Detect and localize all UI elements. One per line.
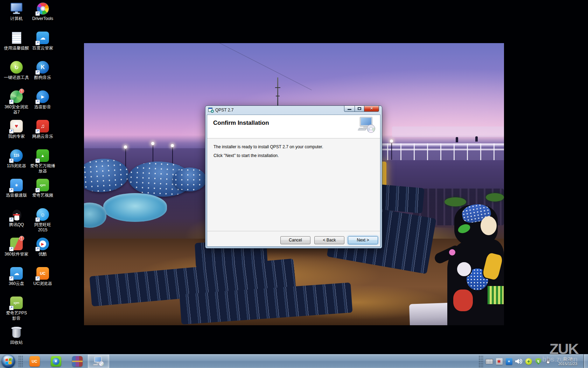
desktop-icon-label: 阿里旺旺2015 <box>28 222 57 233</box>
desktop-icon-netease-music[interactable]: ♫网易云音乐 <box>28 120 57 139</box>
desktop-icon-aliwangwang-2015[interactable]: ☺阿里旺旺2015 <box>28 208 57 233</box>
desktop-icon-uc-browser[interactable]: UCUC浏览器 <box>28 267 57 286</box>
taskbar-button-driver-genius[interactable] <box>45 354 66 368</box>
start-button[interactable] <box>2 355 15 368</box>
desktop-icon-label: 百度云管家 <box>28 46 57 51</box>
taskbar-button-qpst-installer[interactable] <box>88 354 109 368</box>
desktop-icon-drivertools[interactable]: DriverTools <box>28 2 57 21</box>
desktop-icon-360-browser[interactable]: 3360安全浏览器7 <box>2 90 31 115</box>
shortcut-arrow-icon <box>35 188 40 192</box>
red-app-icon[interactable]: ✱ <box>495 357 503 365</box>
desktop-icon-youku[interactable]: ▶优酷 <box>28 238 57 257</box>
desktop-icon-115-browser[interactable]: 115115浏览器 <box>2 149 31 169</box>
desktop-icon-iqiyi-video[interactable]: iQIYI爱奇艺视频 <box>28 179 57 198</box>
windows-logo-icon <box>6 358 12 364</box>
dialog-title: QPST 2.7 <box>215 108 233 113</box>
installer-dialog-window[interactable]: QPST 2.7 Confirm Installation The instal… <box>205 105 382 248</box>
desktop-icon-grid: 计算机使用温馨提醒↻一键还原工具3360安全浏览器7♥我的专家115115浏览器… <box>4 0 74 354</box>
notification-badge: 3 <box>19 89 24 94</box>
wallpaper-person <box>456 137 458 142</box>
desktop-icon-label: 360安全浏览器7 <box>2 104 31 115</box>
desktop-icon-computer[interactable]: 计算机 <box>2 2 31 21</box>
desktop-icon-kugou-music[interactable]: K酷狗音乐 <box>28 61 57 80</box>
desktop-icon-label: 迅雷极速版 <box>2 193 31 198</box>
shortcut-arrow-icon <box>35 247 40 251</box>
accel-ball-icon[interactable]: + <box>525 357 532 365</box>
wallpaper-statue-patch <box>486 285 504 305</box>
shortcut-arrow-icon <box>9 100 14 104</box>
desktop-icon-iqiyi-pps[interactable]: iQIYI爱奇艺PPS影音 <box>2 297 31 321</box>
desktop-icon-label: 网易云音乐 <box>28 134 57 139</box>
taskbar: UC ✱✶+↯ 11:28 2015/11/23 <box>0 354 588 368</box>
desktop-icon-label: 酷狗音乐 <box>28 75 57 80</box>
shortcut-arrow-icon <box>9 129 14 134</box>
cancel-button[interactable]: Cancel <box>280 236 310 244</box>
desktop-icon-label: 爱奇艺万能播放器 <box>28 163 57 174</box>
desktop-icon-my-expert[interactable]: ♥我的专家 <box>2 120 31 139</box>
desktop-icon-label: 计算机 <box>2 16 31 21</box>
desktop-icon-label: 我的专家 <box>2 134 31 139</box>
shortcut-arrow-icon <box>35 276 40 281</box>
shortcut-arrow-icon <box>9 188 14 192</box>
shortcut-arrow-icon <box>35 41 40 45</box>
wallpaper-umbrella <box>173 168 206 191</box>
next-button[interactable]: Next > <box>348 236 378 244</box>
desktop-icon-label: 使用温馨提醒 <box>2 46 31 51</box>
wallpaper-statue-patch <box>452 288 474 312</box>
wallpaper-pool <box>103 193 167 222</box>
desktop-icon-thunder-player[interactable]: ▶迅雷影音 <box>28 90 57 110</box>
wallpaper-plant <box>486 193 504 202</box>
wallpaper-statue-patch <box>456 261 472 277</box>
desktop-icon-label: 迅雷影音 <box>28 104 57 110</box>
wallpaper-statue-face <box>481 216 497 235</box>
desktop-icon-label: 一键还原工具 <box>2 75 31 80</box>
taskbar-button-uc-browser[interactable]: UC <box>24 354 45 368</box>
volume-icon[interactable] <box>515 357 523 365</box>
shortcut-arrow-icon <box>35 158 40 163</box>
wallpaper-plant <box>444 197 466 206</box>
taskbar-button-winrar[interactable] <box>66 354 88 368</box>
dialog-content: Confirm Installation The installer is re… <box>207 115 380 247</box>
dialog-body-line2: Click ''Next'' to start the installation… <box>214 153 279 158</box>
wallpaper-lamp-pole <box>391 142 392 160</box>
dialog-body-line1: The installer is ready to install QPST 2… <box>214 144 323 149</box>
dialog-titlebar[interactable]: QPST 2.7 <box>205 106 382 115</box>
desktop-icon-usage-tips[interactable]: 使用温馨提醒 <box>2 32 31 51</box>
desktop-icon-tencent-qq[interactable]: 腾讯QQ <box>2 208 31 227</box>
shortcut-arrow-icon <box>35 129 40 134</box>
shortcut-arrow-icon <box>35 70 40 75</box>
wallpaper-person <box>475 136 478 142</box>
wallpaper-ship-structure <box>392 127 504 137</box>
shortcut-arrow-icon <box>9 247 14 251</box>
desktop-icon-label: 回收站 <box>2 340 31 345</box>
desktop-icon-360-cloud-disk[interactable]: ☁360云盘 <box>2 267 31 286</box>
minimize-button[interactable] <box>344 106 355 112</box>
desktop-icon-label: 腾讯QQ <box>2 222 31 227</box>
thunder-icon[interactable]: ✶ <box>505 357 513 365</box>
desktop-icon-label: 爱奇艺视频 <box>28 193 57 198</box>
taskbar-grip <box>18 355 23 367</box>
install-computer-cd-icon <box>358 116 377 136</box>
desktop-icon-baidu-cloud[interactable]: ☁百度云管家 <box>28 32 57 51</box>
desktop-icon-label: DriverTools <box>28 16 57 21</box>
shortcut-arrow-icon <box>9 276 14 281</box>
tray-grip <box>478 355 483 367</box>
maximize-button[interactable] <box>355 106 364 112</box>
dialog-heading: Confirm Installation <box>213 120 269 127</box>
close-button[interactable] <box>364 106 379 112</box>
desktop-icon-label: 360软件管家 <box>2 252 31 257</box>
desktop-icon-iqiyi-universal-player[interactable]: ▲爱奇艺万能播放器 <box>28 149 57 174</box>
desktop-icon-label: 360云盘 <box>2 281 31 286</box>
input-keyboard-icon[interactable] <box>485 357 493 365</box>
show-desktop-button[interactable] <box>583 354 588 368</box>
taskbar-buttons: UC <box>24 354 109 368</box>
security-shield-icon[interactable]: ↯ <box>534 357 542 365</box>
desktop-icon-recycle-bin[interactable]: 回收站 <box>2 326 31 345</box>
desktop-icon-onekey-restore[interactable]: ↻一键还原工具 <box>2 61 31 80</box>
back-button[interactable]: < Back <box>314 236 344 244</box>
desktop-icon-thunder-speed[interactable]: ✶迅雷极速版 <box>2 179 31 198</box>
shortcut-arrow-icon <box>9 217 14 222</box>
shortcut-arrow-icon <box>35 100 40 104</box>
desktop-icon-360-software-manager[interactable]: 1360软件管家 <box>2 238 31 257</box>
shortcut-arrow-icon <box>9 306 14 310</box>
